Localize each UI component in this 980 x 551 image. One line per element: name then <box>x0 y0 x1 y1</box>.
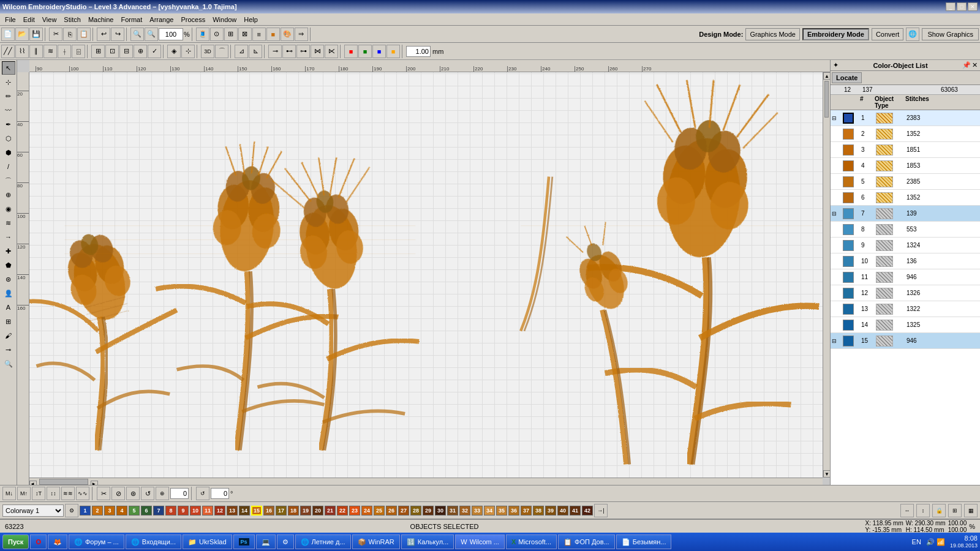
color-row-8[interactable]: 8 553 <box>831 222 980 238</box>
color-btn-30[interactable]: 30 <box>435 506 446 515</box>
vertical-scrollbar[interactable]: ▲ ▼ <box>823 72 830 478</box>
embroidery-mode-button[interactable]: Embroidery Mode <box>802 28 869 40</box>
paint-tool[interactable]: 🖌 <box>2 329 15 342</box>
menu-machine[interactable]: Machine <box>85 15 118 24</box>
stitch-b2[interactable]: M↑ <box>17 487 31 500</box>
stitch-action-a[interactable]: ⊛ <box>126 487 140 500</box>
app-bezym[interactable]: 📄 Безымян... <box>616 534 672 549</box>
app-letnie[interactable]: 🌐 Летние д... <box>295 534 351 549</box>
horizontal-scrollbar[interactable]: ◄ ► <box>29 478 823 485</box>
color-action-3[interactable]: ■ <box>372 45 386 58</box>
color-btn-16[interactable]: 16 <box>263 506 274 515</box>
people-tool[interactable]: 👤 <box>2 287 15 300</box>
new-button[interactable]: 📄 <box>1 28 15 41</box>
color-btn-21[interactable]: 21 <box>325 506 336 515</box>
stitch-tool-4[interactable]: ≋ <box>43 45 57 58</box>
color-btn-13[interactable]: 13 <box>227 506 238 515</box>
app-system[interactable]: ⚙ <box>277 534 294 549</box>
draw-tool-1[interactable]: ✏ <box>2 89 15 103</box>
color-btn-40[interactable]: 40 <box>557 506 568 515</box>
copy-button[interactable]: ⎘ <box>63 28 77 41</box>
color-btn-11[interactable]: 11 <box>202 506 213 515</box>
stitch-action-5[interactable]: ⋉ <box>325 45 338 58</box>
open-button[interactable]: 📂 <box>15 28 29 41</box>
stitch-action-3[interactable]: ⊶ <box>296 45 310 58</box>
transform-btn-1[interactable]: ⊿ <box>235 45 248 58</box>
app-photoshop[interactable]: Ps <box>233 534 255 549</box>
maximize-button[interactable]: □ <box>957 2 967 11</box>
stitch-b6[interactable]: ∿∿ <box>76 487 89 500</box>
cut-button[interactable]: ✂ <box>49 28 62 41</box>
color-btn-19[interactable]: 19 <box>300 506 311 515</box>
colorway-select[interactable]: Colorway 1 <box>2 504 64 517</box>
scroll-up-arrow[interactable]: ▲ <box>823 72 830 80</box>
thread-btn[interactable]: 🧵 <box>196 28 209 41</box>
color-row-12[interactable]: 12 1326 <box>831 285 980 301</box>
color-btn[interactable]: ■ <box>266 28 280 41</box>
color-row-14[interactable]: 14 1325 <box>831 317 980 333</box>
color-btn-20[interactable]: 20 <box>312 506 323 515</box>
flip-h-btn[interactable]: ↔ <box>900 504 914 517</box>
color-btn-10[interactable]: 10 <box>190 506 201 515</box>
minimize-button[interactable]: _ <box>946 2 956 11</box>
close-button[interactable]: ✕ <box>968 2 978 11</box>
shape-tool-2[interactable]: ⬢ <box>2 146 15 159</box>
satin-tool[interactable]: ≋ <box>2 216 15 230</box>
hoop-btn[interactable]: ⊙ <box>210 28 224 41</box>
stitch-tool-3[interactable]: ∥ <box>29 45 43 58</box>
offset-input[interactable] <box>170 488 189 499</box>
menu-format[interactable]: Format <box>117 15 146 24</box>
menu-arrange[interactable]: Arrange <box>146 15 177 24</box>
color-btn-33[interactable]: 33 <box>472 506 483 515</box>
app-wilcom[interactable]: W Wilcom ... <box>455 534 505 549</box>
scroll-left-arrow[interactable]: ◄ <box>29 481 37 485</box>
anchor-btn[interactable]: ⊹ <box>181 45 195 58</box>
align-btn-2[interactable]: ▦ <box>964 504 978 517</box>
zoom-tool[interactable]: 🔍 <box>2 357 15 370</box>
stitch-cut-1[interactable]: ✂ <box>97 487 110 500</box>
node-btn[interactable]: ◈ <box>167 45 181 58</box>
embroidery-canvas[interactable] <box>29 72 823 478</box>
fill-tool[interactable]: ◉ <box>2 202 15 216</box>
stitch-tool-2[interactable]: ⌇⌇ <box>15 45 29 58</box>
color-row-5[interactable]: 5 2385 <box>831 174 980 190</box>
app-excel[interactable]: X Microsoft... <box>506 534 557 549</box>
start-button[interactable]: Пуск <box>2 534 29 549</box>
color-btn-28[interactable]: 28 <box>410 506 421 515</box>
color-btn-23[interactable]: 23 <box>349 506 360 515</box>
panel-close-button[interactable]: ✕ <box>972 61 978 69</box>
color-btn-24[interactable]: 24 <box>361 506 372 515</box>
stitch-action-4[interactable]: ⋈ <box>311 45 324 58</box>
flip-v-btn[interactable]: ↕ <box>916 504 930 517</box>
transform-btn-2[interactable]: ⊾ <box>249 45 262 58</box>
stitch-action-2[interactable]: ⊷ <box>282 45 296 58</box>
pin-button[interactable]: 📌 <box>962 61 971 69</box>
needle-value-input[interactable] <box>406 46 431 57</box>
color-row-1[interactable]: ⊟ 1 2383 <box>831 110 980 126</box>
shape-tool-1[interactable]: ⬡ <box>2 132 15 145</box>
scroll-down-arrow[interactable]: ▼ <box>823 470 830 478</box>
palette-btn[interactable]: 🎨 <box>281 28 294 41</box>
stitch-b3[interactable]: ↕T <box>32 487 45 500</box>
undo-button[interactable]: ↩ <box>97 28 110 41</box>
stitch-b1[interactable]: M↓ <box>2 487 16 500</box>
view-btn-2[interactable]: ⊡ <box>105 45 119 58</box>
scroll-thumb-v[interactable] <box>824 81 829 118</box>
app-forum[interactable]: 🌐 Форум – ... <box>69 534 124 549</box>
grid-btn-2[interactable]: ⊞ <box>948 504 962 517</box>
color-btn-15[interactable]: 15 <box>251 506 262 515</box>
export-btn[interactable]: ⇒ <box>295 28 308 41</box>
color-btn-14[interactable]: 14 <box>239 506 250 515</box>
color-btn-27[interactable]: 27 <box>398 506 409 515</box>
menu-view[interactable]: View <box>39 15 61 24</box>
menu-edit[interactable]: Edit <box>20 15 39 24</box>
auto-tool[interactable]: ⊛ <box>2 272 15 286</box>
smooth-btn[interactable]: ⌒ <box>215 45 228 58</box>
stitch-tool-1[interactable]: ╱╱ <box>1 45 15 58</box>
snap-btn[interactable]: ⊠ <box>238 28 252 41</box>
ruler-tool[interactable]: ⊸ <box>2 343 15 356</box>
color-btn-29[interactable]: 29 <box>423 506 434 515</box>
color-btn-18[interactable]: 18 <box>288 506 299 515</box>
color-btn-41[interactable]: 41 <box>570 506 581 515</box>
menu-help[interactable]: Help <box>240 15 262 24</box>
